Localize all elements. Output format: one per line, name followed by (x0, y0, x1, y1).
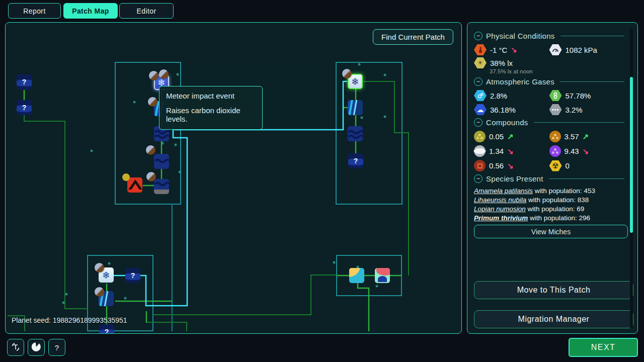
statistics-button[interactable] (7, 339, 24, 356)
phosphate-icon (549, 145, 561, 157)
other-gas-icon: ••• (549, 104, 562, 115)
tooltip-body: Raises carbon dioxide levels. (166, 106, 256, 123)
species-name-link[interactable]: Lopian numosion (474, 205, 526, 213)
sunlight-noon-note: 37.5% lx at noon (490, 68, 624, 74)
patch-node-unknown[interactable]: ? (348, 153, 363, 168)
species-entry: Amamela patilansis with population: 453 (474, 187, 624, 195)
migration-manager-button[interactable]: Migration Manager (474, 310, 633, 328)
meteor-impact-icon (149, 71, 158, 80)
patch-map-panel[interactable]: ? ? ❄ ❄ ? ❄ ? ? (5, 22, 462, 334)
species-name-link[interactable]: Primum thrivium (474, 214, 528, 222)
section-physical-conditions: − Physical Conditions (474, 32, 624, 40)
patch-node-seafloor[interactable] (154, 179, 169, 194)
species-entry: Lihaeunsis nubila with population: 838 (474, 196, 624, 204)
sunlight-stat: ☀ 38% lx (474, 57, 624, 68)
carbon-dioxide-icon: ☁ (474, 104, 487, 115)
patch-connections-layer (6, 23, 462, 334)
pie-chart-icon (31, 342, 41, 353)
meteor-impact-icon (146, 172, 156, 182)
time-pie-button[interactable] (28, 339, 45, 356)
oxygen-stat: 2.8% (474, 90, 549, 101)
trend-up-icon: ↗ (583, 132, 589, 141)
trend-down-icon: ↘ (583, 147, 589, 156)
sunlight-icon: ☀ (474, 57, 487, 68)
species-name-link[interactable]: Amamela patilansis (474, 187, 533, 195)
meteor-impact-icon (95, 287, 104, 297)
panel-scrollbar (630, 29, 633, 328)
tab-report[interactable]: Report (8, 3, 61, 19)
meteor-impact-icon (342, 69, 352, 78)
view-miches-button[interactable]: View Miches (474, 225, 628, 238)
patch-node-ocean[interactable] (348, 126, 363, 141)
tab-editor[interactable]: Editor (119, 3, 174, 19)
temperature-stat: -1 °C ↘ (474, 44, 549, 55)
trend-down-icon: ↘ (511, 45, 517, 54)
nitrogen-icon (549, 90, 562, 101)
sunlight-marker-icon (122, 173, 130, 181)
ammonia-stat: 1.34 ↘ (474, 145, 549, 157)
iron-stat: 0.56 ↘ (474, 160, 549, 171)
section-atmospheric-gases: − Atmospheric Gases (474, 77, 624, 86)
trend-down-icon: ↘ (507, 161, 514, 170)
section-compounds: − Compounds (474, 118, 624, 127)
meteor-impact-icon (95, 263, 104, 273)
question-mark-icon: ? (55, 343, 59, 352)
scrollbar-thumb[interactable] (630, 77, 633, 233)
symmetry-t-icon (10, 341, 21, 354)
patch-node-volcano[interactable] (127, 177, 142, 193)
patch-details-panel: − Physical Conditions -1 °C ↘ 1082 kPa ☀… (467, 22, 638, 334)
patch-node-unknown[interactable]: ? (125, 268, 140, 283)
hydrogen-sulfide-stat: 0.05 ↗ (474, 131, 549, 142)
move-to-this-patch-button[interactable]: Move to This Patch (474, 281, 633, 299)
phosphate-stat: 9.43 ↘ (549, 145, 625, 157)
species-entry: Primum thrivium with population: 296 (474, 214, 624, 222)
tooltip-title: Meteor impact event (166, 92, 256, 100)
trend-up-icon: ↗ (507, 132, 514, 141)
radiation-icon: ☢ (549, 160, 562, 171)
radiation-stat: ☢ 0 (549, 160, 625, 171)
meteor-impact-icon (159, 69, 169, 79)
event-tooltip: Meteor impact event Raises carbon dioxid… (159, 86, 263, 130)
section-species-present: − Species Present (474, 174, 624, 183)
glucose-stat: 3.57 ↗ (549, 131, 625, 142)
patch-node-tidepool[interactable] (375, 268, 390, 283)
carbon-dioxide-stat: ☁ 36.18% (474, 104, 549, 115)
temperature-icon (474, 44, 487, 55)
other-gases-stat: ••• 3.2% (549, 104, 625, 115)
glucose-icon (549, 131, 561, 142)
tab-patch-map[interactable]: Patch Map (63, 3, 118, 19)
meteor-impact-icon (148, 97, 157, 107)
planet-seed-label: Planet seed: 1988296189993535951 (12, 316, 127, 324)
patch-node-ocean[interactable] (154, 154, 169, 169)
game-screen: Report Patch Map Editor (0, 0, 644, 362)
species-name-link[interactable]: Lihaeunsis nubila (474, 196, 526, 204)
oxygen-icon (474, 90, 487, 101)
pressure-stat: 1082 kPa (549, 44, 625, 55)
nitrogen-stat: 57.78% (549, 90, 625, 101)
patch-node-unknown[interactable]: ? (99, 324, 114, 334)
collapse-icon[interactable]: − (474, 77, 482, 86)
find-current-patch-button[interactable]: Find Current Patch (373, 29, 453, 45)
hydrogen-sulfide-icon (474, 131, 486, 142)
patch-node-unknown[interactable]: ? (17, 74, 32, 89)
trend-down-icon: ↘ (507, 147, 514, 156)
pressure-icon (549, 44, 562, 55)
help-button[interactable]: ? (48, 339, 65, 356)
iron-icon (474, 160, 486, 171)
collapse-icon[interactable]: − (474, 32, 482, 40)
next-button[interactable]: NEXT (569, 338, 638, 357)
ammonia-icon (474, 145, 486, 157)
collapse-icon[interactable]: − (474, 118, 482, 127)
meteor-impact-icon (146, 145, 155, 155)
patch-node-estuary[interactable] (349, 268, 364, 283)
patch-node-coastal[interactable] (348, 100, 363, 115)
collapse-icon[interactable]: − (474, 174, 482, 183)
species-entry: Lopian numosion with population: 69 (474, 205, 624, 213)
patch-node-unknown[interactable]: ? (17, 100, 32, 115)
